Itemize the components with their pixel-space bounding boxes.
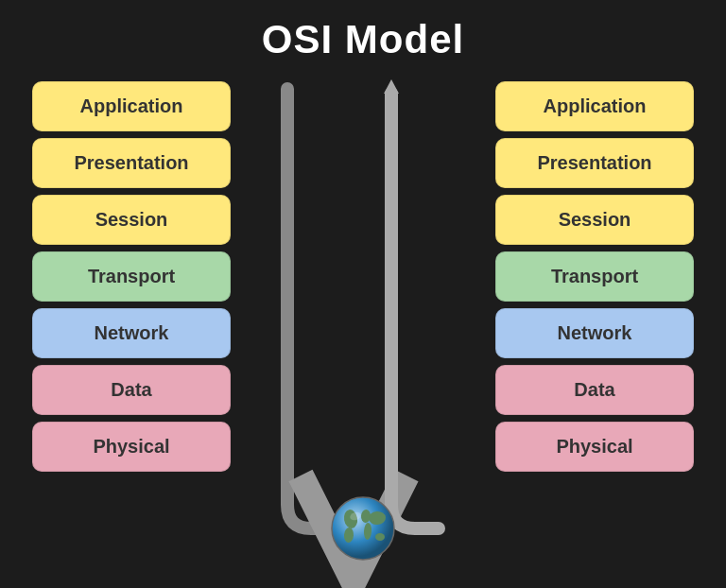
globe xyxy=(330,495,396,562)
left-stack-layer-1: Presentation xyxy=(32,138,231,188)
left-stack-layer-0: Application xyxy=(32,81,231,131)
left-stack-layer-4: Network xyxy=(32,308,231,358)
left-stack-layer-5: Data xyxy=(32,365,231,415)
svg-point-8 xyxy=(375,533,385,541)
left-stack: ApplicationPresentationSessionTransportN… xyxy=(32,72,231,481)
main-container: OSI Model ApplicationPresentationSession… xyxy=(0,0,726,588)
left-stack-layer-6: Physical xyxy=(32,422,231,472)
right-stack-layer-4: Network xyxy=(495,308,694,358)
diagram-area: ApplicationPresentationSessionTransportN… xyxy=(0,72,726,588)
right-stack-layer-5: Data xyxy=(495,365,694,415)
right-stack-layer-2: Session xyxy=(495,195,694,245)
right-stack-layer-0: Application xyxy=(495,81,694,131)
right-stack-layer-1: Presentation xyxy=(495,138,694,188)
right-stack: ApplicationPresentationSessionTransportN… xyxy=(495,72,694,481)
left-stack-layer-3: Transport xyxy=(32,251,231,302)
left-stack-layer-2: Session xyxy=(32,195,231,245)
svg-point-2 xyxy=(332,497,394,560)
page-title: OSI Model xyxy=(262,17,464,62)
right-stack-layer-6: Physical xyxy=(495,422,694,472)
middle-section xyxy=(231,72,495,588)
right-stack-layer-3: Transport xyxy=(495,251,694,302)
svg-marker-1 xyxy=(384,79,399,94)
